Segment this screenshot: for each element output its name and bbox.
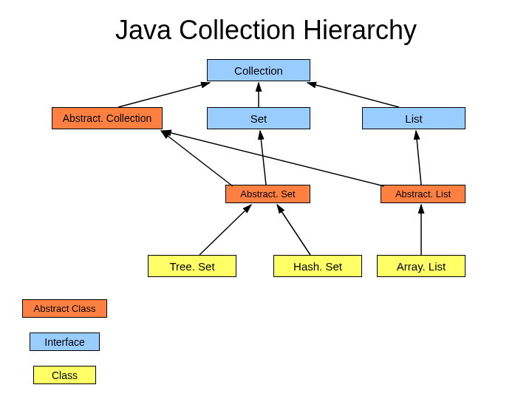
legend-interface: Interface [30,332,100,351]
node-list: List [362,107,466,129]
svg-line-5 [416,131,421,185]
node-array-list: Array. List [377,255,466,277]
node-abstract-list: Abstract. List [381,185,466,203]
svg-line-4 [161,131,233,186]
node-tree-set: Tree. Set [148,255,236,277]
svg-line-3 [260,131,266,185]
svg-line-7 [200,205,251,255]
svg-line-0 [118,83,210,107]
node-hash-set: Hash. Set [273,255,362,277]
legend-class: Class [33,366,96,384]
svg-line-6 [163,131,384,186]
node-abstract-collection: Abstract. Collection [52,107,163,129]
node-collection: Collection [207,59,310,81]
page-title: Java Collection Hierarchy [0,15,532,46]
node-abstract-set: Abstract. Set [225,185,310,203]
node-set: Set [207,107,310,129]
svg-line-8 [277,205,310,255]
svg-line-2 [307,83,399,107]
legend-abstract: Abstract Class [22,299,107,318]
